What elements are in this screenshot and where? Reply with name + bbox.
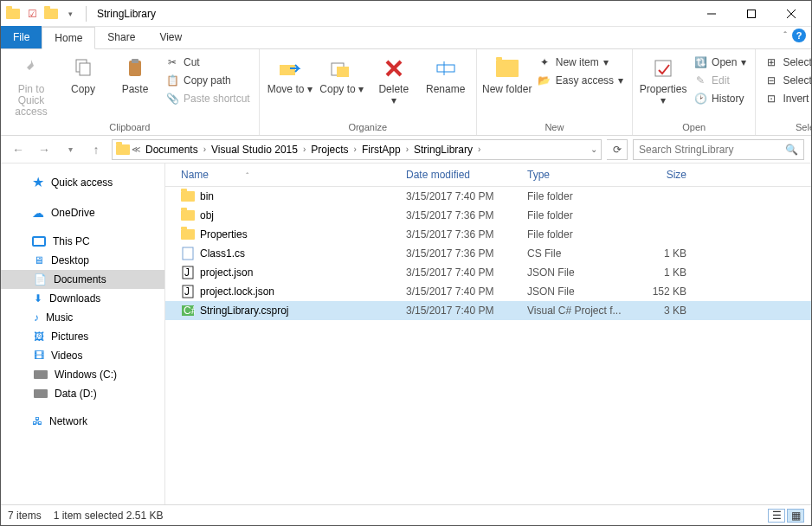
chevron-right-icon[interactable]: ›	[301, 144, 307, 154]
svg-text:J: J	[184, 266, 190, 279]
crumb[interactable]: StringLibrary	[410, 144, 476, 156]
move-to-icon	[276, 55, 304, 82]
search-input[interactable]: Search StringLibrary 🔍	[633, 139, 804, 160]
col-date[interactable]: Date modified	[399, 164, 520, 186]
chevron-right-icon[interactable]: ›	[404, 144, 410, 154]
svg-rect-1	[748, 10, 756, 17]
cut-button[interactable]: ✂Cut	[162, 55, 254, 70]
crumb[interactable]: Projects	[307, 144, 351, 156]
svg-rect-10	[337, 67, 349, 77]
open-button[interactable]: 🔃Open ▾	[690, 55, 750, 70]
history-button[interactable]: 🕑History	[690, 91, 750, 106]
svg-text:J: J	[184, 285, 190, 298]
ribbon-collapse-icon[interactable]: ˆ	[783, 30, 787, 41]
chevron-right-icon[interactable]: ›	[202, 144, 208, 154]
file-icon	[181, 228, 195, 241]
copy-to-button[interactable]: Copy to ▾	[317, 51, 367, 95]
move-to-button[interactable]: Move to ▾	[265, 51, 315, 95]
back-button[interactable]: ←	[8, 139, 29, 160]
search-icon[interactable]: 🔍	[785, 144, 798, 156]
nav-this-pc[interactable]: This PC	[1, 232, 164, 251]
tab-share[interactable]: Share	[95, 26, 147, 48]
maximize-button[interactable]	[731, 1, 771, 27]
easy-access-button[interactable]: 📂Easy access ▾	[534, 73, 627, 88]
svg-rect-5	[80, 63, 90, 75]
file-list: Name ˆ Date modified Type Size bin3/15/2…	[165, 164, 811, 504]
large-icons-view-button[interactable]: ▦	[787, 509, 804, 523]
status-bar: 7 items 1 item selected 2.51 KB ☰ ▦	[1, 504, 811, 525]
crumb[interactable]: FirstApp	[358, 144, 404, 156]
rename-button[interactable]: Rename	[421, 51, 471, 95]
col-name[interactable]: Name ˆ	[165, 164, 399, 186]
new-folder-icon	[493, 55, 521, 82]
copy-button[interactable]: Copy	[58, 51, 108, 95]
refresh-button[interactable]: ⟳	[607, 139, 628, 160]
minimize-button[interactable]	[692, 1, 731, 27]
nav-videos[interactable]: 🎞Videos	[1, 346, 164, 365]
nav-onedrive[interactable]: ☁OneDrive	[1, 202, 164, 223]
file-icon	[181, 208, 195, 222]
paste-button[interactable]: Paste	[110, 51, 160, 95]
title-bar: ☑ ▾ StringLibrary	[1, 1, 811, 27]
new-folder-button[interactable]: New folder	[482, 51, 532, 95]
group-organize: Move to ▾ Copy to ▾ Delete▾ Rename Organ…	[260, 49, 477, 135]
status-selection: 1 item selected 2.51 KB	[54, 510, 164, 522]
help-icon[interactable]: ?	[792, 29, 806, 42]
new-item-icon: ✦	[538, 55, 551, 69]
chevron-left-icon[interactable]: ≪	[130, 144, 142, 154]
nav-drive-c[interactable]: Windows (C:)	[1, 365, 164, 384]
qat-dropdown-icon[interactable]: ▾	[63, 7, 77, 21]
tab-view[interactable]: View	[147, 26, 194, 48]
nav-desktop[interactable]: 🖥Desktop	[1, 251, 164, 270]
invert-selection-button[interactable]: ⊡Invert selection	[761, 91, 812, 106]
qat-newfolder-icon[interactable]	[44, 7, 58, 21]
crumb[interactable]: Visual Studio 2015	[208, 144, 301, 156]
crumb[interactable]: Documents	[142, 144, 202, 156]
pin-quick-access-button[interactable]: Pin to Quick access	[6, 51, 56, 119]
nav-pictures[interactable]: 🖼Pictures	[1, 327, 164, 346]
qat-properties-icon[interactable]: ☑	[25, 7, 39, 21]
file-name: Class1.cs	[200, 247, 245, 260]
new-item-button[interactable]: ✦New item ▾	[534, 55, 627, 70]
network-icon: 🖧	[32, 415, 42, 427]
nav-music[interactable]: ♪Music	[1, 308, 164, 327]
chevron-right-icon[interactable]: ›	[352, 144, 358, 154]
up-button[interactable]: ↑	[86, 139, 106, 160]
nav-documents[interactable]: 📄Documents	[1, 270, 164, 289]
details-view-button[interactable]: ☰	[768, 509, 785, 523]
properties-button[interactable]: Properties▾	[638, 51, 688, 106]
delete-button[interactable]: Delete▾	[369, 51, 419, 106]
close-button[interactable]	[771, 1, 811, 27]
breadcrumb-dropdown-icon[interactable]: ⌄	[590, 144, 597, 154]
nav-drive-d[interactable]: Data (D:)	[1, 384, 164, 403]
breadcrumb[interactable]: ≪ Documents› Visual Studio 2015› Project…	[112, 139, 602, 160]
nav-network[interactable]: 🖧Network	[1, 412, 164, 431]
open-icon: 🔃	[693, 55, 707, 69]
recent-locations-button[interactable]: ▾	[60, 139, 81, 160]
forward-button[interactable]: →	[34, 139, 55, 160]
select-none-button[interactable]: ⊟Select none	[761, 73, 812, 88]
file-size	[633, 210, 702, 221]
file-row[interactable]: C#StringLibrary.csproj3/15/2017 7:40 PMV…	[165, 301, 811, 320]
file-name: project.lock.json	[200, 285, 274, 298]
col-type[interactable]: Type	[520, 164, 633, 186]
rename-icon	[432, 55, 460, 82]
tab-file[interactable]: File	[1, 26, 42, 48]
paste-shortcut-button[interactable]: 📎Paste shortcut	[162, 91, 254, 106]
copy-to-icon	[328, 55, 356, 82]
tab-home[interactable]: Home	[42, 27, 95, 49]
nav-quick-access[interactable]: ★Quick access	[1, 170, 164, 194]
videos-icon: 🎞	[34, 350, 44, 362]
group-select: ⊞Select all ⊟Select none ⊡Invert selecti…	[756, 49, 812, 135]
col-size[interactable]: Size	[633, 164, 702, 186]
copy-icon	[69, 55, 97, 82]
chevron-right-icon[interactable]: ›	[476, 144, 482, 154]
nav-downloads[interactable]: ⬇Downloads	[1, 289, 164, 308]
drive-icon	[34, 389, 48, 398]
select-all-button[interactable]: ⊞Select all	[761, 55, 812, 70]
copy-path-button[interactable]: 📋Copy path	[162, 73, 254, 88]
group-clipboard: Pin to Quick access Copy Paste ✂Cut 📋Cop…	[1, 49, 260, 135]
cloud-icon: ☁	[32, 206, 44, 220]
file-name: project.json	[200, 266, 253, 279]
edit-button[interactable]: ✎Edit	[690, 73, 750, 88]
